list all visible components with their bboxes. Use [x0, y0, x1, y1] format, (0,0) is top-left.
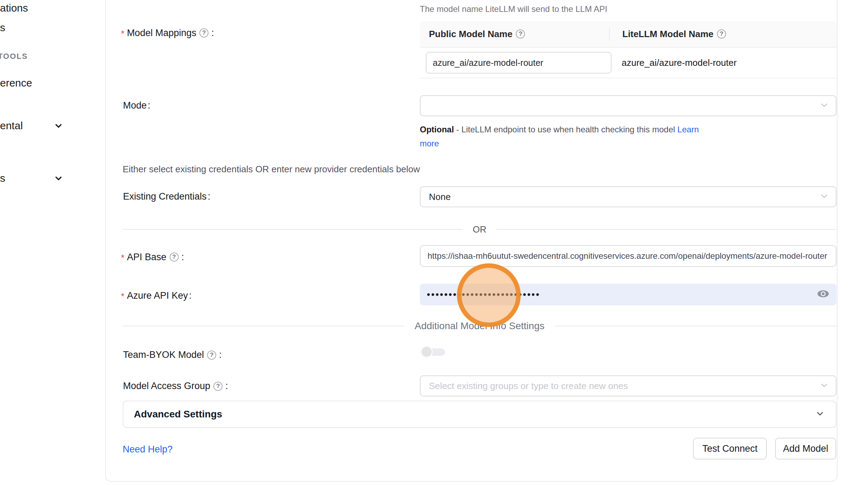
mode-select[interactable] — [420, 95, 836, 116]
chevron-down-icon — [820, 381, 829, 391]
required-mark: * — [121, 289, 124, 302]
chevron-down-icon[interactable] — [53, 173, 64, 185]
test-connect-button[interactable]: Test Connect — [693, 438, 767, 459]
mode-label: Mode: — [123, 100, 150, 111]
existing-credentials-label: Existing Credentials: — [123, 191, 210, 202]
sidebar-item[interactable]: s — [0, 22, 5, 34]
or-divider: OR — [123, 223, 836, 235]
azure-api-key-label: * Azure API Key : — [121, 289, 192, 302]
eye-icon[interactable] — [817, 289, 829, 300]
chevron-down-icon — [820, 192, 829, 202]
sidebar-item-experimental[interactable]: ental — [0, 120, 23, 132]
chevron-down-icon — [820, 101, 829, 111]
mode-helper-text: Optional - LiteLLM endpoint to use when … — [420, 123, 711, 151]
help-icon[interactable]: ? — [717, 29, 726, 39]
advanced-settings-panel[interactable]: Advanced Settings — [123, 401, 836, 428]
api-base-label: * API Base ? : — [121, 251, 184, 263]
required-mark: * — [121, 27, 124, 39]
chevron-down-icon[interactable] — [53, 120, 64, 132]
sidebar-section-tools: TOOLS — [0, 52, 28, 61]
help-icon[interactable]: ? — [213, 382, 223, 391]
required-mark: * — [121, 251, 124, 263]
help-icon[interactable]: ? — [516, 29, 525, 39]
add-model-button[interactable]: Add Model — [775, 438, 836, 459]
column-divider — [609, 28, 610, 41]
help-icon[interactable]: ? — [207, 351, 216, 360]
column-litellm-model-name: LiteLLM Model Name ? — [609, 29, 726, 40]
help-icon[interactable]: ? — [199, 28, 209, 37]
need-help-link[interactable]: Need Help? — [123, 444, 173, 455]
model-access-group-select[interactable]: Select existing groups or type to create… — [420, 375, 836, 396]
add-model-page: ations s TOOLS erence ental s The model … — [0, 0, 868, 485]
model-name-helper-text: The model name LiteLLM will send to the … — [420, 4, 607, 14]
existing-credentials-select[interactable]: None — [420, 186, 836, 207]
sidebar-item[interactable]: s — [0, 172, 5, 184]
model-mappings-label: * Model Mappings ? : — [121, 27, 214, 39]
sidebar-item-api-reference[interactable]: erence — [0, 77, 32, 89]
chevron-down-icon — [815, 408, 825, 420]
azure-api-key-input[interactable]: •••••••••••••••••••••••••• — [420, 284, 836, 305]
team-byok-label: Team-BYOK Model ? : — [123, 349, 222, 360]
masked-password-value: •••••••••••••••••••••••••• — [427, 289, 540, 300]
toggle-knob — [421, 346, 433, 358]
additional-settings-divider: Additional Model Info Settings — [123, 320, 836, 332]
column-public-model-name: Public Model Name ? — [420, 29, 609, 40]
team-byok-toggle[interactable] — [421, 346, 446, 358]
public-model-name-input[interactable]: azure_ai/azure-model-router — [426, 52, 611, 74]
api-base-input[interactable]: https://ishaa-mh6uutut-swedencentral.cog… — [420, 245, 836, 267]
model-mappings-table-header: Public Model Name ? LiteLLM Model Name ? — [420, 21, 836, 48]
model-access-group-label: Model Access Group ? : — [123, 381, 228, 392]
credentials-note: Either select existing credentials OR en… — [123, 164, 420, 175]
litellm-model-name-value: azure_ai/azure-model-router — [622, 57, 737, 68]
model-mappings-table-row: azure_ai/azure-model-router azure_ai/azu… — [420, 48, 836, 78]
help-icon[interactable]: ? — [170, 252, 179, 262]
sidebar-item-organizations[interactable]: ations — [0, 2, 28, 14]
